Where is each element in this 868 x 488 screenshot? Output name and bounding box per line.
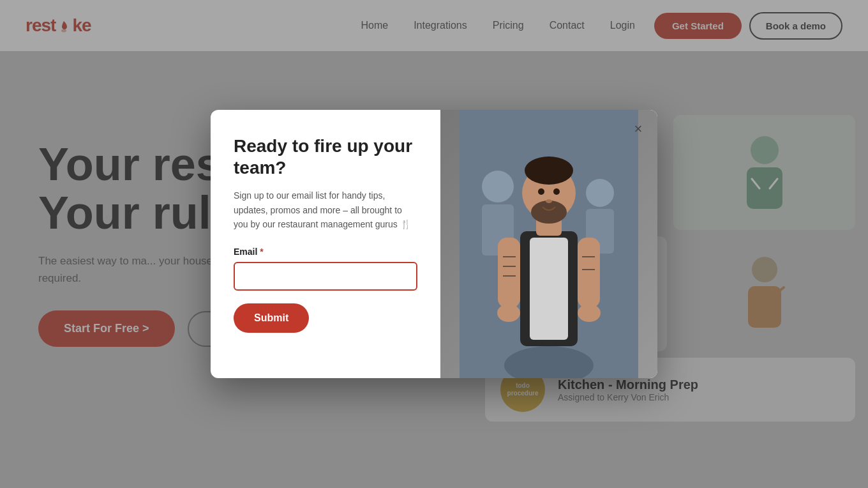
modal-form-section: Ready to fire up your team? Sign up to o…: [211, 110, 440, 378]
modal: × Ready to fire up your team? Sign up to…: [211, 110, 657, 378]
svg-point-33: [546, 199, 552, 203]
svg-point-30: [525, 156, 573, 185]
email-label: Email *: [234, 247, 417, 257]
svg-point-34: [497, 304, 520, 322]
svg-point-13: [482, 171, 514, 202]
submit-button[interactable]: Submit: [234, 303, 309, 333]
email-input[interactable]: [234, 262, 417, 291]
svg-point-15: [586, 179, 614, 207]
svg-point-32: [553, 188, 560, 195]
chef-photo: [440, 110, 657, 378]
modal-photo-section: [440, 110, 657, 378]
modal-overlay[interactable]: × Ready to fire up your team? Sign up to…: [0, 0, 868, 488]
svg-rect-21: [578, 238, 600, 308]
modal-close-button[interactable]: ×: [628, 119, 648, 139]
svg-rect-20: [498, 238, 520, 308]
modal-description: Sign up to our email list for handy tips…: [234, 188, 417, 231]
svg-rect-19: [530, 238, 568, 340]
required-indicator: *: [260, 247, 263, 257]
modal-title: Ready to fire up your team?: [234, 135, 417, 178]
svg-point-29: [531, 201, 567, 224]
svg-point-35: [578, 304, 601, 322]
svg-point-31: [538, 188, 544, 195]
